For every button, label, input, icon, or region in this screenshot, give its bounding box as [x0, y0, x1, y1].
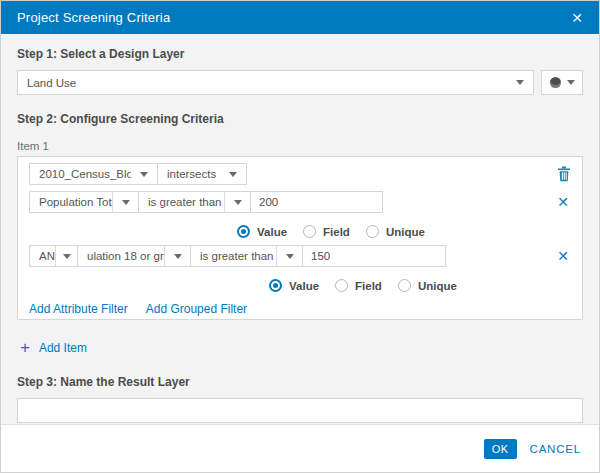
filter2-join-caret [55, 246, 77, 266]
chevron-down-icon [174, 254, 182, 259]
filter1-radio-field-label[interactable]: Field [323, 226, 350, 238]
filter1-field-value: Population Total [30, 196, 112, 208]
filter2-radio-value-label[interactable]: Value [289, 280, 319, 292]
design-layer-caret [507, 71, 533, 94]
dialog-title: Project Screening Criteria [17, 10, 170, 25]
filter1-operator-caret [224, 192, 250, 212]
filter2-radio-field-label[interactable]: Field [355, 280, 382, 292]
add-item-link[interactable]: Add Item [39, 341, 87, 355]
chevron-down-icon [63, 254, 71, 259]
filter2-radio-value[interactable] [269, 279, 282, 292]
criteria-layer-caret [131, 164, 157, 184]
filter1-operator-value: is greater than [139, 196, 224, 208]
criteria-layer-value: 2010_Census_Blocks [30, 168, 131, 180]
close-icon[interactable]: ✕ [571, 11, 583, 25]
ok-button[interactable]: OK [484, 439, 517, 459]
layer-options-button[interactable] [541, 70, 583, 95]
filter-links-row: Add Attribute Filter Add Grouped Filter [29, 302, 571, 316]
filter2-mode-radios: Value Field Unique [29, 279, 571, 292]
chevron-down-icon [140, 172, 148, 177]
spatial-filter-row: 2010_Census_Blocks intersects [29, 163, 571, 185]
attribute-filter-row-2: AND ulation 18 or greater is greater tha… [29, 245, 571, 267]
design-layer-value: Land Use [18, 77, 507, 89]
filter2-radio-field[interactable] [335, 279, 348, 292]
filter2-remove-icon[interactable]: ✕ [555, 249, 571, 263]
chevron-down-icon [516, 80, 524, 85]
filter2-operator-select[interactable]: is greater than [190, 245, 303, 267]
item-label: Item 1 [17, 140, 583, 152]
step1-label: Step 1: Select a Design Layer [17, 47, 583, 61]
spatial-operator-value: intersects [158, 168, 220, 180]
filter2-value-input[interactable] [302, 245, 446, 267]
screening-item-panel: 2010_Census_Blocks intersects [17, 156, 583, 320]
filter1-remove-icon[interactable]: ✕ [555, 195, 571, 209]
step3-label: Step 3: Name the Result Layer [17, 375, 583, 389]
filter2-field-select[interactable]: ulation 18 or greater [77, 245, 191, 267]
chevron-down-icon [286, 254, 294, 259]
filter1-radio-value-label[interactable]: Value [257, 226, 287, 238]
chevron-down-icon [234, 200, 242, 205]
filter2-radio-unique-label[interactable]: Unique [418, 280, 457, 292]
criteria-layer-select[interactable]: 2010_Census_Blocks [29, 163, 158, 185]
filter1-field-select[interactable]: Population Total [29, 191, 139, 213]
trash-icon [557, 166, 571, 182]
project-screening-criteria-dialog: Project Screening Criteria ✕ Step 1: Sel… [0, 0, 600, 473]
filter1-radio-value[interactable] [237, 225, 250, 238]
step2-label: Step 2: Configure Screening Criteria [17, 112, 583, 126]
filter2-field-caret [164, 246, 190, 266]
spatial-operator-select[interactable]: intersects [157, 163, 247, 185]
chevron-down-icon [567, 80, 575, 85]
filter2-join-value: AND [30, 250, 55, 262]
attribute-filter-row-1: Population Total is greater than ✕ [29, 191, 571, 213]
design-layer-row: Land Use [17, 70, 583, 95]
chevron-down-icon [122, 200, 130, 205]
add-grouped-filter-link[interactable]: Add Grouped Filter [146, 302, 247, 316]
dialog-body: Step 1: Select a Design Layer Land Use S… [1, 34, 599, 424]
design-layer-select[interactable]: Land Use [17, 70, 534, 95]
dialog-footer: OK CANCEL [1, 424, 599, 472]
filter1-radio-unique[interactable] [366, 225, 379, 238]
add-attribute-filter-link[interactable]: Add Attribute Filter [29, 302, 128, 316]
filter2-join-select[interactable]: AND [29, 245, 78, 267]
chevron-down-icon [229, 172, 237, 177]
delete-item-button[interactable] [557, 166, 571, 182]
filter2-radio-unique[interactable] [398, 279, 411, 292]
filter1-field-caret [112, 192, 138, 212]
plus-icon: + [20, 341, 30, 355]
filter2-field-value: ulation 18 or greater [78, 250, 164, 262]
filter1-radio-unique-label[interactable]: Unique [386, 226, 425, 238]
filter1-radio-field[interactable] [303, 225, 316, 238]
layer-icon [550, 77, 561, 88]
filter2-operator-caret [276, 246, 302, 266]
result-layer-name-input[interactable] [17, 398, 583, 423]
filter1-operator-select[interactable]: is greater than [138, 191, 251, 213]
filter2-operator-value: is greater than [191, 250, 276, 262]
filter1-mode-radios: Value Field Unique [29, 225, 571, 238]
dialog-header: Project Screening Criteria ✕ [1, 1, 599, 34]
cancel-button[interactable]: CANCEL [530, 443, 581, 455]
filter1-value-input[interactable] [250, 191, 383, 213]
add-item-row[interactable]: + Add Item [17, 341, 583, 355]
spatial-operator-caret [220, 164, 246, 184]
